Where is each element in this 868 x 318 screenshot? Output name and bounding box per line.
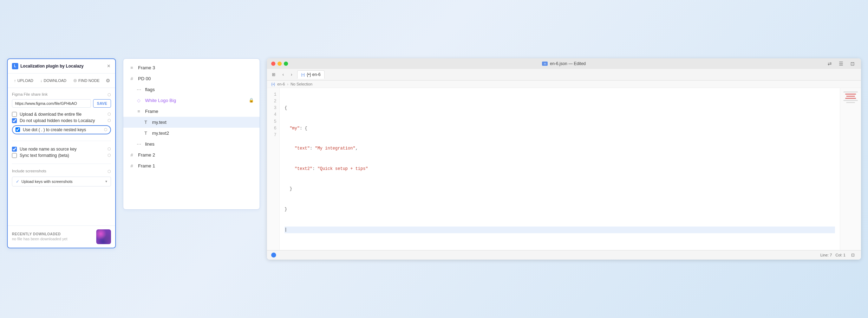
settings-button[interactable]: ⚙ <box>104 76 112 85</box>
plugin-header: L Localization plugin by Localazy × <box>8 59 115 74</box>
source-key-external-icon[interactable]: ⬡ <box>107 147 111 151</box>
frame-item-frame[interactable]: ≡ Frame <box>123 106 260 117</box>
checkbox-sync-text[interactable] <box>12 153 17 158</box>
minimap-line-4 <box>845 98 856 99</box>
chevron-down-icon: ▾ <box>105 179 107 183</box>
checkbox-source-key[interactable] <box>12 147 17 152</box>
status-col: Col: 1 <box>835 253 846 257</box>
frame-item-white-logo[interactable]: ◇ White Logo Big 🔒 <box>123 95 260 106</box>
frame-item-frame2[interactable]: # Frame 2 <box>123 150 260 160</box>
line-num-3: 3 <box>270 105 276 112</box>
screenshots-option-label: Upload keys with screenshots <box>21 179 73 184</box>
minimap-line-1 <box>843 91 858 93</box>
checkbox-no-hidden[interactable] <box>12 118 17 123</box>
frame-item-lines[interactable]: ⋯ lines <box>123 139 260 150</box>
recently-downloaded-value: no file has been downloaded yet <box>12 237 93 241</box>
status-indicator <box>271 253 276 257</box>
minimap-line-6 <box>846 102 855 103</box>
editor-settings-button[interactable]: ⊡ <box>848 60 857 68</box>
editor-breadcrumb: {•} en-6 › No Selection <box>267 81 861 88</box>
pd00-icon: # <box>129 76 135 81</box>
frame-item-my-text[interactable]: T my.text <box>123 117 260 128</box>
code-area[interactable]: { "my": { "text": "My integration", "tex… <box>280 88 840 250</box>
maximize-window-button[interactable] <box>284 62 288 66</box>
checkbox-upload-entire-row: Upload & download the entire file ⬡ <box>12 111 111 117</box>
checkbox-source-key-row: Use node name as source key ⬡ <box>12 146 111 152</box>
line-num-6: 6 <box>270 125 276 132</box>
toolbar-forward-button[interactable]: › <box>289 71 294 78</box>
pd00-label: PD 00 <box>138 76 254 81</box>
frame-item-flags[interactable]: ⋯ flags <box>123 84 260 95</box>
checkbox-sync-text-label: Sync text formatting (beta) <box>20 153 105 158</box>
tab-upload[interactable]: ↑ UPLOAD <box>11 77 36 84</box>
toolbar-back-button[interactable]: ‹ <box>280 71 286 78</box>
minimap-line-3 <box>846 96 855 97</box>
checkbox-no-hidden-label: Do not upload hidden nodes to Localazy <box>20 118 105 123</box>
tab-find-node[interactable]: ◎ FIND NODE <box>71 76 103 84</box>
frame3-icon: ≡ <box>129 65 135 70</box>
checkbox-no-hidden-row: Do not upload hidden nodes to Localazy ⬡ <box>12 117 111 124</box>
screenshots-external-icon[interactable]: ⬡ <box>107 169 111 174</box>
line-num-5: 5 <box>270 119 276 125</box>
code-line-6: } <box>285 206 835 213</box>
status-expand-button[interactable]: ⊡ <box>849 252 857 259</box>
tab-upload-label: UPLOAD <box>18 78 33 83</box>
code-line-2: "my": { <box>285 125 835 132</box>
checkbox-section-2: Use node name as source key ⬡ Sync text … <box>12 146 111 159</box>
tab-find-node-label: FIND NODE <box>78 78 100 83</box>
toolbar-grid-button[interactable]: ⊞ <box>270 71 278 78</box>
editor-tab-en6[interactable]: {•} {•} en-6 <box>297 70 325 79</box>
upload-entire-external-icon[interactable]: ⬡ <box>107 112 111 116</box>
frame-list: ≡ Frame 3 # PD 00 ⋯ flags ◇ White Logo B… <box>123 59 260 175</box>
my-text-label: my.text <box>152 120 254 125</box>
breadcrumb-location: No Selection <box>291 82 312 86</box>
divider-1 <box>12 141 111 141</box>
save-button[interactable]: SAVE <box>93 99 111 108</box>
line-num-4: 4 <box>270 112 276 118</box>
checkbox-upload-entire[interactable] <box>12 112 17 117</box>
checkbox-nested-keys[interactable] <box>15 127 20 132</box>
line-num-2: 2 <box>270 98 276 105</box>
split-editor-button[interactable]: ⇄ <box>825 60 834 68</box>
frame-item-frame1[interactable]: # Frame 1 <box>123 160 260 171</box>
status-right: Line: 7 Col: 1 ⊡ <box>820 252 857 259</box>
frame-item-my-text2[interactable]: T my.text2 <box>123 128 260 139</box>
editor-minimap <box>840 88 861 250</box>
tab-download-label: DOWNLOAD <box>44 78 66 83</box>
plugin-panel: L Localization plugin by Localazy × ↑ UP… <box>7 58 116 248</box>
editor-title-text: en-6.json — Edited <box>550 61 586 66</box>
screen-container: L Localization plugin by Localazy × ↑ UP… <box>7 58 861 260</box>
screenshots-select-label-group: ✓ Upload keys with screenshots <box>16 179 73 184</box>
frame-item-pd00[interactable]: # PD 00 <box>123 73 260 84</box>
lines-label: lines <box>145 141 254 147</box>
checkbox-section: Upload & download the entire file ⬡ Do n… <box>12 111 111 136</box>
my-text2-icon: T <box>143 131 149 136</box>
figma-link-input[interactable] <box>12 99 91 108</box>
code-line-4: "text2": "Quick setup + tips" <box>285 166 835 172</box>
find-node-icon: ◎ <box>73 78 77 83</box>
lines-icon: ⋯ <box>136 141 142 147</box>
screenshots-select[interactable]: ✓ Upload keys with screenshots ▾ <box>12 177 111 186</box>
no-hidden-external-icon[interactable]: ⬡ <box>107 118 111 123</box>
frame-label: Frame <box>145 109 254 114</box>
thumbnail-pattern <box>96 229 111 244</box>
editor-title: {•} en-6.json — Edited <box>542 61 586 66</box>
frame-item-frame3[interactable]: ≡ Frame 3 <box>123 62 260 73</box>
close-window-button[interactable] <box>271 62 275 66</box>
screenshots-section: Include screenshots ⬡ ✓ Upload keys with… <box>12 169 111 186</box>
sync-text-external-icon[interactable]: ⬡ <box>107 153 111 158</box>
plugin-logo-icon: L <box>12 63 18 69</box>
line-num-7: 7 <box>270 132 276 139</box>
breadcrumb-icon: {•} <box>271 82 275 86</box>
close-button[interactable]: × <box>106 63 111 70</box>
minimize-window-button[interactable] <box>278 62 282 66</box>
nested-keys-external-icon[interactable]: ⬡ <box>104 127 107 132</box>
breadcrumb-separator: › <box>287 82 288 86</box>
figma-link-external-icon[interactable]: ⬡ <box>107 93 111 97</box>
recently-downloaded-text: RECENTLY DOWNLOADED no file has been dow… <box>12 232 93 241</box>
tab-download[interactable]: ↓ DOWNLOAD <box>38 77 69 84</box>
editor-statusbar: Line: 7 Col: 1 ⊡ <box>267 250 861 260</box>
view-options-button[interactable]: ☰ <box>837 60 846 68</box>
plugin-tabs: ↑ UPLOAD ↓ DOWNLOAD ◎ FIND NODE ⚙ <box>8 74 115 88</box>
tab-icon: {•} <box>301 72 305 77</box>
